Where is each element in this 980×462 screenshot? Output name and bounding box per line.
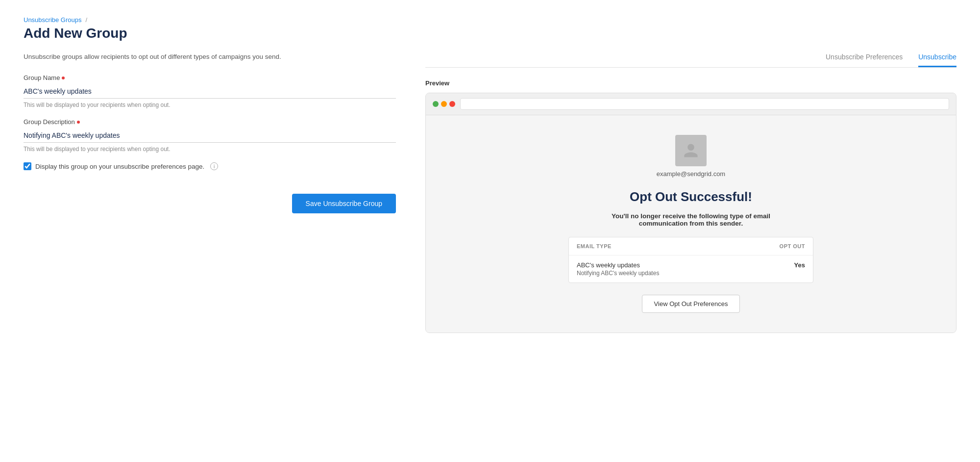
form-column: Unsubscribe groups allow recipients to o… — [24, 53, 396, 213]
info-icon[interactable]: i — [210, 162, 218, 170]
group-name-hint: This will be displayed to your recipient… — [24, 102, 396, 108]
preview-label: Preview — [425, 79, 956, 87]
required-indicator — [62, 77, 65, 79]
save-button-row: Save Unsubscribe Group — [24, 194, 396, 213]
save-unsubscribe-group-button[interactable]: Save Unsubscribe Group — [292, 194, 396, 213]
group-description-hint: This will be displayed to your recipient… — [24, 146, 396, 153]
tab-unsubscribe[interactable]: Unsubscribe — [918, 53, 956, 67]
email-type-description: Notifying ABC's weekly updates — [577, 270, 733, 277]
main-layout: Unsubscribe groups allow recipients to o… — [24, 53, 956, 333]
col-opt-out: OPT OUT — [740, 237, 813, 256]
group-description-label: Group Description — [24, 118, 396, 126]
opt-out-value: Yes — [740, 256, 813, 283]
group-name-label: Group Name — [24, 74, 396, 81]
window-dot-yellow — [441, 101, 447, 107]
table-header-row: EMAIL TYPE OPT OUT — [569, 237, 813, 256]
email-type-cell: ABC's weekly updates Notifying ABC's wee… — [569, 256, 740, 283]
browser-mockup: example@sendgrid.com Opt Out Successful!… — [425, 93, 956, 333]
table-body: ABC's weekly updates Notifying ABC's wee… — [569, 256, 813, 283]
breadcrumb-separator: / — [85, 16, 87, 24]
email-type-name: ABC's weekly updates — [577, 261, 733, 269]
window-dot-red — [449, 101, 455, 107]
group-name-input[interactable] — [24, 84, 396, 99]
breadcrumb-parent-link[interactable]: Unsubscribe Groups — [24, 16, 82, 24]
opt-out-title: Opt Out Successful! — [630, 189, 752, 205]
page-title: Add New Group — [24, 26, 956, 41]
intro-text: Unsubscribe groups allow recipients to o… — [24, 53, 396, 60]
window-dot-green — [433, 101, 439, 107]
display-group-checkbox[interactable] — [24, 162, 31, 170]
group-description-field-group: Group Description This will be displayed… — [24, 118, 396, 153]
browser-url-bar — [460, 98, 949, 110]
browser-window-controls — [433, 101, 455, 107]
display-group-label: Display this group on your unsubscribe p… — [35, 163, 204, 170]
avatar — [675, 135, 707, 166]
avatar-icon — [683, 142, 699, 159]
browser-bar — [426, 93, 956, 115]
opt-out-table: EMAIL TYPE OPT OUT ABC's weekly updates … — [569, 237, 813, 282]
breadcrumb: Unsubscribe Groups / — [24, 16, 956, 24]
col-email-type: EMAIL TYPE — [569, 237, 740, 256]
preview-body: example@sendgrid.com Opt Out Successful!… — [426, 115, 956, 333]
preview-column: Unsubscribe Preferences Unsubscribe Prev… — [425, 53, 956, 333]
display-group-checkbox-row: Display this group on your unsubscribe p… — [24, 162, 396, 170]
view-opt-out-preferences-button[interactable]: View Opt Out Preferences — [642, 295, 740, 313]
required-indicator — [77, 121, 80, 124]
table-row: ABC's weekly updates Notifying ABC's wee… — [569, 256, 813, 283]
opt-out-subtitle: You'll no longer receive the following t… — [588, 212, 794, 227]
group-description-input[interactable] — [24, 128, 396, 143]
tab-unsubscribe-preferences[interactable]: Unsubscribe Preferences — [826, 53, 903, 67]
opt-out-table-container: EMAIL TYPE OPT OUT ABC's weekly updates … — [568, 237, 813, 283]
sender-email: example@sendgrid.com — [657, 170, 725, 178]
group-name-field-group: Group Name This will be displayed to you… — [24, 74, 396, 108]
preview-tabs: Unsubscribe Preferences Unsubscribe — [425, 53, 956, 68]
